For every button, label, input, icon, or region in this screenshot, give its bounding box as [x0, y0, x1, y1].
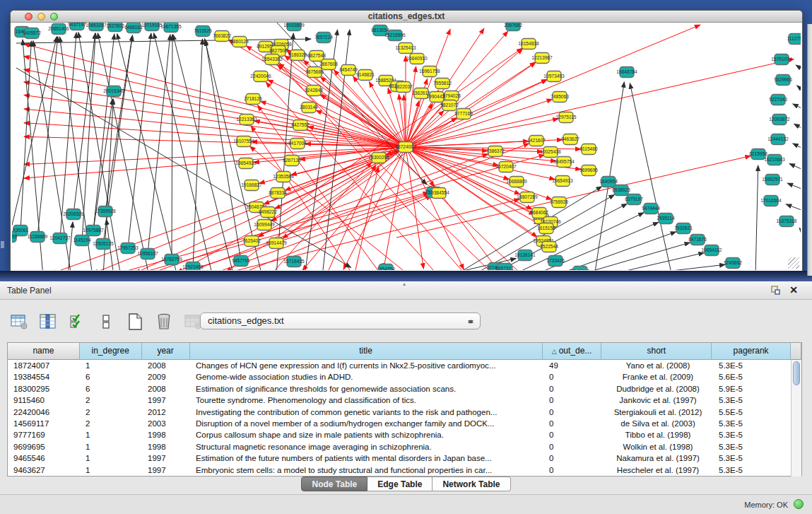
table-cell[interactable]: 18300295	[8, 383, 80, 395]
graph-node[interactable]: 1733426	[546, 256, 565, 267]
table-row[interactable]: 969969511998Structural magnetic resonanc…	[8, 441, 801, 452]
column-header-short[interactable]: short	[601, 343, 712, 360]
graph-node[interactable]: 9245652	[724, 258, 742, 269]
table-cell[interactable]: 1	[80, 452, 142, 464]
graph-node[interactable]: 17957253	[117, 243, 139, 254]
graph-edge[interactable]	[796, 65, 801, 69]
graph-edge[interactable]	[24, 95, 406, 147]
column-header-pagerank[interactable]: pagerank	[712, 343, 791, 360]
graph-node[interactable]: 2935114	[657, 214, 675, 224]
table-cell[interactable]: 5.3E-5	[713, 418, 792, 429]
table-row[interactable]: 1872400712008Changes of HCN gene express…	[8, 360, 801, 371]
table-cell[interactable]: 0	[543, 407, 603, 418]
table-cell[interactable]: 6	[80, 383, 142, 395]
table-cell[interactable]: 9115460	[8, 395, 80, 406]
table-cell[interactable]: 49	[543, 360, 603, 371]
table-row[interactable]: 946554611997Estimation of the future num…	[8, 452, 801, 464]
graph-node[interactable]: 20206526	[63, 209, 84, 220]
citation-network-graph[interactable]: 1640914055722069140694371971065328715276…	[12, 23, 801, 270]
graph-edge[interactable]	[789, 163, 801, 169]
delete-table-icon[interactable]	[155, 313, 173, 331]
graph-edge[interactable]	[755, 165, 758, 270]
table-row[interactable]: 1456911722003Disruption of a novel membe…	[8, 418, 801, 429]
graph-node[interactable]: 16033809	[283, 23, 305, 31]
graph-node[interactable]: 9463627	[561, 134, 579, 145]
graph-edge[interactable]	[794, 124, 801, 128]
graph-edge[interactable]	[601, 252, 704, 270]
graph-node[interactable]: 8267130	[283, 156, 301, 166]
graph-node[interactable]: 2522544	[540, 242, 558, 252]
network-window-titlebar[interactable]: citations_edges.txt	[11, 11, 802, 23]
graph-node[interactable]: 19166827	[241, 180, 262, 191]
graph-node[interactable]: 12213967	[531, 53, 553, 64]
graph-node[interactable]: 10654112	[702, 245, 722, 256]
graph-node[interactable]: 9498222	[259, 207, 277, 218]
table-cell[interactable]: 2003	[142, 418, 190, 429]
graph-node[interactable]: 12042737	[49, 233, 71, 244]
table-settings-icon[interactable]	[10, 313, 28, 331]
graph-edge[interactable]	[573, 243, 690, 270]
table-row[interactable]: 1830029562008Estimation of significance …	[8, 383, 801, 395]
graph-node[interactable]: 9875685	[305, 67, 324, 78]
graph-node[interactable]: 9474444	[642, 204, 660, 214]
graph-node[interactable]: 839159	[12, 232, 17, 243]
column-header-year[interactable]: year	[142, 343, 190, 360]
table-cell[interactable]: 2009	[142, 371, 190, 382]
tab-edge-table[interactable]: Edge Table	[367, 477, 433, 491]
column-header-in_degree[interactable]: in_degree	[80, 343, 142, 360]
table-cell[interactable]: 1	[80, 441, 142, 452]
table-select-dropdown[interactable]: citations_edges.txt	[200, 313, 481, 329]
graph-edge[interactable]	[68, 222, 73, 270]
table-cell[interactable]: 9777169	[8, 429, 80, 440]
table-cell[interactable]: Disruption of a novel member of a sodium…	[190, 418, 543, 429]
table-cell[interactable]: Changes of HCN gene expression and I(f) …	[190, 360, 543, 371]
table-cell[interactable]: 1	[80, 429, 142, 440]
table-cell[interactable]: 18724007	[8, 360, 80, 371]
graph-node[interactable]: 19654913	[552, 176, 573, 187]
graph-node[interactable]: 12975115	[556, 112, 577, 123]
graph-edge[interactable]	[128, 33, 151, 248]
graph-node[interactable]: 7625402	[242, 236, 261, 247]
graph-node[interactable]: 10688809	[506, 177, 527, 187]
graph-node[interactable]: 10975887	[83, 226, 104, 236]
table-cell[interactable]: Structural magnetic resonance image aver…	[190, 441, 543, 452]
table-cell[interactable]: 2	[80, 407, 142, 418]
graph-edge[interactable]	[406, 141, 529, 147]
graph-edge[interactable]	[24, 136, 406, 147]
table-cell[interactable]: 0	[543, 429, 603, 440]
table-cell[interactable]: 22420046	[8, 407, 80, 418]
table-cell[interactable]: Franke et al. (2009)	[603, 371, 713, 382]
table-cell[interactable]: 14569117	[8, 418, 80, 429]
table-cell[interactable]: Corpus callosum shape and size in male p…	[190, 429, 543, 440]
table-cell[interactable]: 5.3E-5	[713, 441, 792, 452]
table-cell[interactable]: 5.3E-5	[713, 395, 792, 406]
graph-edge[interactable]	[786, 204, 801, 210]
graph-node[interactable]: 15716435	[283, 257, 305, 267]
close-panel-icon[interactable]: ✕	[788, 284, 799, 296]
graph-node[interactable]: 1527602	[106, 23, 124, 32]
graph-edge[interactable]	[406, 147, 498, 270]
graph-node[interactable]: 9457791	[232, 256, 250, 267]
table-row[interactable]: 946362711997Embryonic stem cells: a mode…	[8, 465, 801, 476]
graph-node[interactable]: 8454749	[339, 65, 358, 76]
table-cell[interactable]: de Silva et al. (2003)	[603, 418, 713, 429]
table-cell[interactable]: Genome-wide association studies in ADHD.	[190, 371, 543, 382]
graph-edge[interactable]	[787, 183, 801, 189]
graph-node[interactable]: 12923468	[182, 262, 204, 271]
table-cell[interactable]: 1997	[142, 395, 190, 406]
table-cell[interactable]: Nakamura et al. (1997)	[603, 452, 713, 464]
column-header-out_de[interactable]: △out_de...	[543, 343, 602, 360]
graph-node[interactable]: 7485063	[551, 92, 569, 103]
graph-edge[interactable]	[406, 66, 416, 147]
graph-edge[interactable]	[173, 35, 234, 270]
graph-edge[interactable]	[272, 51, 406, 147]
graph-node[interactable]: 7932621	[674, 223, 693, 234]
graph-node[interactable]: 15751074	[771, 54, 792, 65]
graph-node[interactable]: 12213363	[236, 115, 257, 125]
graph-node[interactable]: 16136141	[514, 250, 536, 261]
graph-node[interactable]: 11156869	[28, 232, 48, 243]
graph-edge[interactable]	[320, 95, 406, 147]
graph-node[interactable]: 2718126	[244, 94, 262, 105]
graph-node[interactable]: 2803144	[300, 103, 318, 113]
graph-node[interactable]: 9699695	[579, 165, 598, 176]
